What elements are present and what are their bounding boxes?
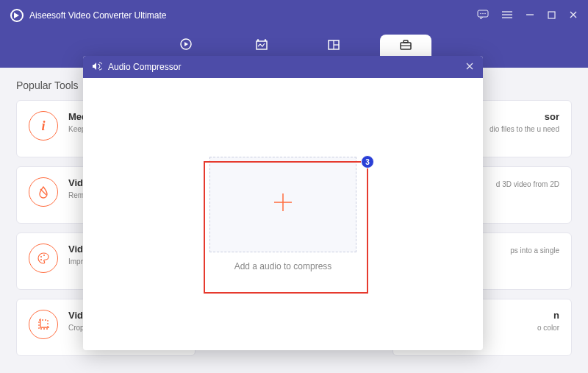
svg-point-2 bbox=[482, 13, 484, 14]
audio-compressor-modal: Audio Compressor Add a audio to compress… bbox=[83, 56, 483, 350]
add-audio-dropzone[interactable] bbox=[209, 157, 356, 252]
app-title: Aiseesoft Video Converter Ultimate bbox=[29, 10, 477, 21]
titlebar: Aiseesoft Video Converter Ultimate bbox=[0, 0, 588, 31]
collage-icon bbox=[327, 39, 340, 52]
modal-title: Audio Compressor bbox=[108, 62, 465, 72]
info-icon: i bbox=[29, 111, 58, 141]
window-controls bbox=[477, 10, 578, 22]
svg-point-1 bbox=[480, 13, 481, 14]
speaker-icon bbox=[92, 60, 102, 74]
svg-point-24 bbox=[40, 259, 42, 260]
svg-point-3 bbox=[484, 13, 486, 14]
close-icon[interactable] bbox=[569, 10, 578, 21]
feedback-icon[interactable] bbox=[477, 10, 489, 22]
app-logo-icon bbox=[10, 9, 24, 22]
toolbox-icon bbox=[399, 39, 412, 52]
svg-point-22 bbox=[40, 256, 42, 257]
menu-icon[interactable] bbox=[502, 10, 512, 21]
mv-icon bbox=[255, 39, 268, 52]
svg-point-23 bbox=[43, 255, 45, 256]
svg-rect-8 bbox=[548, 12, 555, 18]
crop-icon bbox=[29, 310, 58, 339]
plus-icon bbox=[272, 191, 294, 219]
svg-rect-19 bbox=[404, 40, 408, 43]
dropzone-label: Add a audio to compress bbox=[234, 261, 332, 271]
palette-icon bbox=[29, 244, 58, 273]
modal-body: Add a audio to compress 3 bbox=[83, 78, 483, 350]
svg-point-13 bbox=[257, 39, 259, 41]
step-badge: 3 bbox=[361, 155, 374, 168]
minimize-icon[interactable] bbox=[526, 10, 534, 21]
modal-close-icon[interactable] bbox=[465, 60, 474, 74]
maximize-icon[interactable] bbox=[548, 10, 556, 21]
modal-header: Audio Compressor bbox=[83, 56, 483, 78]
drop-icon bbox=[29, 177, 58, 207]
svg-point-14 bbox=[265, 39, 267, 41]
converter-icon bbox=[179, 38, 193, 52]
